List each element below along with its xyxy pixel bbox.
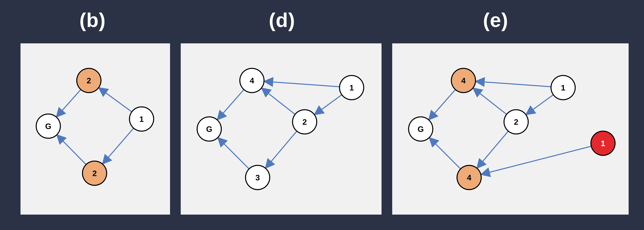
edge-two-to-three xyxy=(266,131,297,168)
edge-one-to-top xyxy=(100,88,132,112)
node-two: 2 xyxy=(292,110,317,134)
node-label-one: 1 xyxy=(139,114,144,124)
node-top: 2 xyxy=(77,68,101,93)
node-four: 4 xyxy=(240,68,264,93)
node-one: 1 xyxy=(340,75,364,100)
node-one: 1 xyxy=(130,107,154,131)
edge-one-to-two xyxy=(527,95,554,114)
node-label-fourB: 4 xyxy=(467,173,471,182)
node-G: G xyxy=(197,117,221,141)
panel-title-d: (d) xyxy=(239,9,325,32)
node-label-two: 2 xyxy=(302,118,307,127)
node-fourB: 4 xyxy=(457,165,481,190)
node-two: 2 xyxy=(504,110,528,134)
node-label-G: G xyxy=(45,122,52,131)
panel-title-b: (b) xyxy=(50,9,135,32)
edge-one-to-bottom xyxy=(103,128,134,163)
node-label-two: 2 xyxy=(514,118,518,127)
edges-d xyxy=(218,81,342,169)
node-label-one: 1 xyxy=(349,83,354,92)
edge-fourA-to-G xyxy=(429,90,456,119)
node-label-three: 3 xyxy=(255,173,260,182)
edges-b xyxy=(57,88,134,165)
node-bottom: 2 xyxy=(82,161,107,185)
edge-bottom-to-G xyxy=(58,135,86,165)
node-label-top: 2 xyxy=(86,76,91,85)
edge-two-to-fourB xyxy=(478,131,508,168)
graph-e: G44211 xyxy=(392,43,628,214)
edge-redOne-to-fourB xyxy=(482,146,591,174)
node-label-bottom: 2 xyxy=(92,169,97,178)
edge-fourB-to-G xyxy=(430,138,460,169)
panel-e: G44211 xyxy=(392,43,629,215)
node-G: G xyxy=(36,114,60,138)
edge-top-to-G xyxy=(57,89,81,117)
nodes-e: G44211 xyxy=(408,68,615,190)
panel-d: G4321 xyxy=(180,43,382,215)
edge-one-to-four xyxy=(265,81,340,87)
edge-one-to-two xyxy=(315,95,342,114)
edge-one-to-fourA xyxy=(476,81,551,87)
node-G: G xyxy=(408,117,433,141)
node-label-fourA: 4 xyxy=(461,76,466,85)
edge-two-to-four xyxy=(262,88,295,114)
node-three: 3 xyxy=(246,165,270,190)
node-label-one: 1 xyxy=(561,83,565,92)
edge-three-to-G xyxy=(218,138,249,169)
graph-b: G221 xyxy=(20,43,170,214)
nodes-b: G221 xyxy=(36,68,154,185)
node-fourA: 4 xyxy=(451,68,476,93)
node-redOne: 1 xyxy=(591,131,615,155)
node-one: 1 xyxy=(551,75,575,100)
node-label-redOne: 1 xyxy=(601,139,605,148)
panel-title-e: (e) xyxy=(453,9,538,32)
edge-four-to-G xyxy=(218,90,244,119)
panel-b: G221 xyxy=(20,43,170,215)
node-label-G: G xyxy=(418,125,424,134)
node-label-four: 4 xyxy=(250,76,254,85)
graph-d: G4321 xyxy=(181,43,382,214)
edge-two-to-fourA xyxy=(474,88,506,114)
node-label-G: G xyxy=(206,125,212,134)
